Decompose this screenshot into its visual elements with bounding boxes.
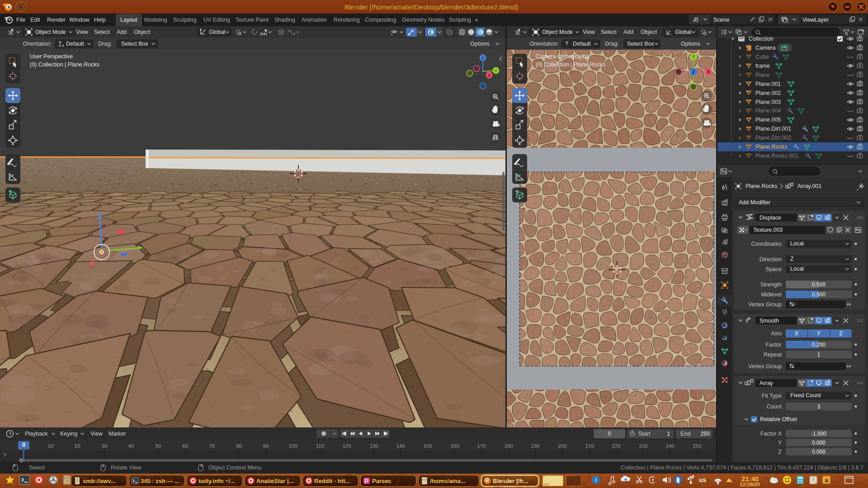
svg-text:X: X [488,73,491,78]
svg-text:(0) Collection | Plane.Rocks: (0) Collection | Plane.Rocks [30,61,99,68]
svg-text:Z: Z [481,56,484,61]
svg-text:Y: Y [692,55,695,60]
svg-text:Camera Orthographic: Camera Orthographic [536,53,590,60]
svg-text:(0) Collection | Plane.Rocks: (0) Collection | Plane.Rocks [536,61,605,68]
svg-text:X: X [707,70,710,75]
svg-text:User Perspective: User Perspective [30,53,73,60]
svg-text:Y: Y [495,68,498,73]
svg-text:Z: Z [692,70,695,75]
